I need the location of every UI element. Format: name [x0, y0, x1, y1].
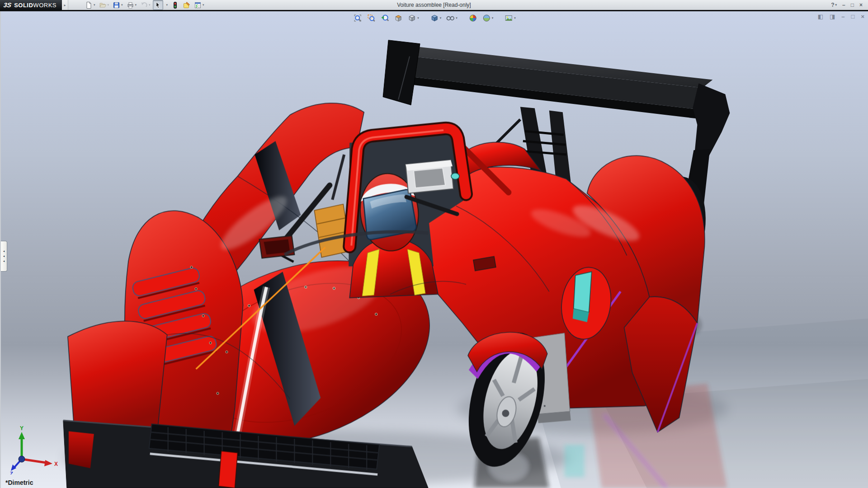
brand-name: SOLIDWORKS — [14, 2, 57, 9]
caret-icon: ▾ — [492, 16, 494, 20]
collapse-arrow-icon: ◂ — [3, 249, 5, 253]
nose-panel[interactable] — [68, 321, 167, 434]
zoom-to-area-icon — [367, 14, 376, 23]
caret-icon: ▾ — [514, 16, 516, 20]
zoom-to-fit-button[interactable] — [352, 13, 363, 23]
triad-y-label: Y — [20, 425, 24, 432]
zoom-to-fit-icon — [353, 14, 362, 23]
select-options-button[interactable]: ▾ — [164, 0, 170, 10]
solidworks-logo: 3S SOLIDWORKS — [0, 0, 62, 10]
previous-pane-button[interactable]: ◧ — [818, 13, 823, 20]
apply-scene-button[interactable]: ▾ — [481, 13, 495, 23]
document-window-controls: ◧ ◨ – □ × — [818, 13, 864, 20]
feature-manager-collapsed-tab[interactable]: ◂ ◂ ◂ — [1, 241, 7, 272]
view-orientation-button[interactable]: ▾ — [406, 13, 420, 23]
edit-appearance-button[interactable] — [467, 13, 479, 23]
undo-button[interactable]: ▾ — [139, 0, 152, 10]
next-pane-button[interactable]: ◨ — [830, 13, 835, 20]
appearance-ball-icon — [468, 14, 477, 23]
minimize-button[interactable]: – — [842, 2, 845, 8]
title-bar: 3S SOLIDWORKS ▸ ▾ ▾ ▾ — [0, 0, 868, 11]
doc-minimize-button[interactable]: – — [841, 13, 844, 20]
view-orientation-icon — [407, 14, 416, 23]
caret-icon: ▾ — [166, 3, 168, 7]
caret-icon: ▾ — [94, 3, 95, 7]
apply-scene-icon — [482, 14, 491, 23]
standard-toolbar: ▾ ▾ ▾ ▾ ▾ — [84, 0, 206, 10]
orientation-triad: Y X Z — [6, 425, 61, 474]
graphics-viewport[interactable]: ▾ ▾ ▾ — [0, 11, 868, 488]
previous-view-icon — [380, 14, 389, 23]
view-settings-icon — [504, 14, 513, 23]
caret-icon: ▾ — [203, 3, 204, 7]
caret-icon: ▾ — [440, 16, 442, 20]
previous-view-button[interactable] — [379, 13, 391, 23]
hide-show-items-button[interactable]: ▾ — [444, 13, 459, 23]
menu-expand-button[interactable]: ▸ — [62, 0, 68, 10]
zoom-to-area-button[interactable] — [365, 13, 377, 23]
caret-icon: ▾ — [121, 3, 123, 7]
restore-button[interactable]: □ — [851, 2, 854, 8]
left-mirror[interactable] — [259, 236, 294, 262]
select-button[interactable] — [153, 0, 163, 10]
caret-icon: ▾ — [135, 3, 137, 7]
save-floppy-icon — [113, 1, 120, 9]
caret-icon: ▾ — [417, 16, 419, 20]
doc-restore-button[interactable]: □ — [851, 13, 855, 20]
heads-up-view-toolbar: ▾ ▾ ▾ — [352, 13, 517, 23]
window-controls: ?▾ – □ × — [831, 2, 868, 8]
view-settings-button[interactable]: ▾ — [503, 13, 517, 23]
print-button[interactable]: ▾ — [125, 0, 138, 10]
select-cursor-icon — [154, 1, 162, 9]
open-folder-icon — [99, 1, 107, 9]
fuel-cap-teal — [451, 173, 459, 179]
3d-model-race-car[interactable] — [1, 11, 868, 488]
help-button[interactable]: ?▾ — [831, 2, 837, 8]
note-pencil-icon — [183, 1, 190, 9]
display-style-button[interactable]: ▾ — [429, 13, 443, 23]
options-list-icon — [194, 1, 202, 9]
collapse-arrow-icon: ◂ — [3, 254, 5, 258]
window-title: Voiture assomblee [Read-only] — [397, 2, 471, 8]
brand-logo-glyph: 3S — [3, 1, 12, 9]
caret-icon: ▾ — [149, 3, 151, 7]
options-button[interactable]: ▾ — [193, 0, 206, 10]
undo-icon — [140, 1, 148, 9]
open-button[interactable]: ▾ — [98, 0, 111, 10]
edit-note-button[interactable] — [181, 0, 192, 10]
caret-icon: ▾ — [456, 16, 458, 20]
new-document-icon — [85, 1, 93, 9]
section-view-button[interactable] — [392, 13, 404, 23]
rebuild-stoplight-button[interactable] — [170, 0, 180, 10]
print-icon — [127, 1, 134, 9]
new-document-button[interactable]: ▾ — [84, 0, 97, 10]
close-button[interactable]: × — [859, 2, 863, 8]
side-window-teal — [574, 272, 592, 312]
display-style-icon — [430, 14, 439, 23]
caret-icon: ▾ — [835, 3, 837, 7]
view-orientation-label: *Dimetric — [5, 479, 33, 486]
caret-icon: ▾ — [108, 3, 109, 7]
triad-z-label: Z — [10, 471, 13, 474]
section-view-icon — [394, 14, 403, 23]
save-button[interactable]: ▾ — [111, 0, 124, 10]
collapse-arrow-icon: ◂ — [3, 259, 5, 263]
air-intake-box — [406, 160, 453, 193]
triad-x-label: X — [54, 461, 58, 467]
eyeglasses-icon — [446, 14, 455, 23]
stoplight-icon — [171, 1, 179, 9]
doc-close-button[interactable]: × — [861, 13, 864, 20]
